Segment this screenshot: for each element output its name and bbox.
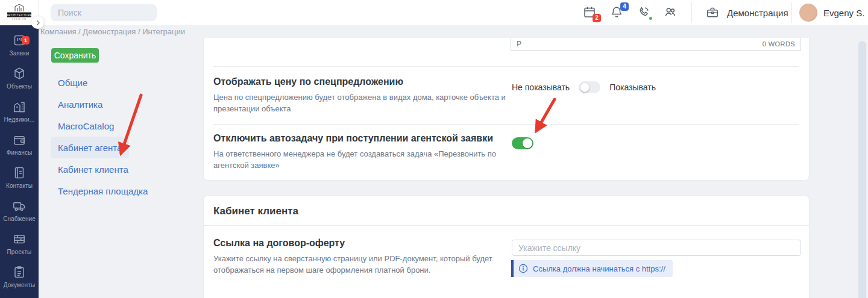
annotation-arrow-toggle: [522, 94, 561, 140]
sidebar-item-finance[interactable]: Финансы: [0, 128, 39, 161]
annotation-arrow-menu: [110, 89, 149, 163]
breadcrumb-text[interactable]: Компания / Демонстрация / Интеграции: [39, 27, 185, 36]
objects-icon: [12, 66, 27, 81]
people-icon: [663, 5, 678, 19]
calendar-badge: 2: [593, 14, 601, 22]
info-icon: [518, 264, 528, 273]
topbar-separator: [791, 2, 792, 23]
editor-statusbar: P 0 WORDS: [511, 38, 801, 51]
calls-button[interactable]: [637, 5, 652, 20]
svg-text:ARCHITECTURE: ARCHITECTURE: [6, 14, 32, 17]
sidebar-item-requests[interactable]: 1 Заявки: [0, 28, 39, 61]
settings-nav-item-analytics[interactable]: Аналитика: [51, 93, 110, 115]
setting-title: Отображать цену по спецпредложению: [213, 76, 403, 87]
setting-title: Ссылка на договор-оферту: [213, 238, 345, 249]
contacts-icon: [12, 166, 27, 180]
online-status-dot: [648, 16, 653, 21]
sidebar-item-supply[interactable]: Снабжение: [0, 194, 39, 227]
documents-icon: [12, 265, 27, 279]
editor-element-path: P: [517, 40, 521, 48]
requests-icon: 1: [12, 33, 27, 48]
agent-settings-card: P 0 WORDS Отображать цену по спецпредлож…: [203, 38, 810, 181]
editor-word-count: 0 WORDS: [763, 40, 795, 48]
finance-icon: [12, 132, 27, 147]
divider: [204, 225, 809, 226]
search-input[interactable]: [58, 8, 167, 17]
calendar-button[interactable]: 2: [582, 5, 598, 20]
sidebar-item-documents[interactable]: Документы: [0, 260, 39, 293]
settings-nav-item-general[interactable]: Общие: [51, 72, 95, 93]
realty-icon: [12, 99, 27, 114]
toggle-on-label: Показывать: [609, 82, 656, 92]
special-offer-price-toggle[interactable]: [579, 81, 600, 93]
setting-description: На ответственного менеджера не будет соз…: [213, 148, 508, 171]
sidebar-item-objects[interactable]: Объекты: [0, 61, 39, 95]
special-offer-price-toggle-group: Не показывать Показывать: [512, 81, 656, 93]
client-settings-card: Кабинет клиента Ссылка на договор-оферту…: [203, 195, 810, 298]
offer-link-input[interactable]: [512, 240, 801, 256]
top-bar: ARCHITECTURE PREMIUM 2 4: [0, 0, 868, 25]
setting-description: Цена по спецпредложению будет отображена…: [213, 92, 508, 114]
user-name: Evgeny S.: [823, 8, 864, 18]
toggle-knob: [523, 138, 532, 148]
sidebar-item-realty[interactable]: Недвижи...: [0, 95, 39, 128]
sidebar-item-label: Заявки: [10, 50, 30, 57]
setting-description: Укажите ссылку на сверстанную страницу и…: [213, 253, 515, 276]
sidebar-item-label: Контакты: [6, 182, 33, 189]
divider: [213, 66, 799, 67]
workspace-name: Демонстрация: [727, 8, 788, 18]
supply-icon: [12, 199, 27, 213]
architecture-logo-icon: ARCHITECTURE PREMIUM: [6, 2, 33, 23]
sidebar-item-label: Проекты: [7, 249, 32, 255]
setting-title: Отключить автозадачу при поступлении аге…: [213, 133, 493, 144]
briefcase-icon: [705, 5, 720, 20]
projects-icon: [12, 232, 27, 246]
breadcrumb: Компания / Демонстрация / Интеграции: [39, 25, 868, 38]
requests-badge: 1: [22, 36, 30, 45]
sidebar-item-projects[interactable]: Проекты: [0, 227, 39, 260]
notifications-badge: 4: [620, 2, 629, 11]
main-sidebar: 1 Заявки Объекты Недвижи... Финансы: [0, 25, 39, 298]
sidebar-item-label: Снабжение: [3, 216, 36, 222]
toggle-off-label: Не показывать: [512, 82, 570, 92]
avatar: [799, 4, 817, 22]
save-button[interactable]: Сохранить: [51, 48, 99, 63]
sidebar-item-contacts[interactable]: Контакты: [0, 161, 39, 194]
sidebar-item-label: Финансы: [7, 149, 33, 156]
workspace-switcher[interactable]: Демонстрация: [705, 0, 788, 25]
chevron-right-icon: [35, 20, 41, 26]
section-title: Кабинет клиента: [213, 205, 298, 217]
divider: [213, 124, 799, 125]
global-search: [51, 4, 157, 21]
sidebar-item-label: Документы: [4, 282, 35, 288]
sidebar-collapse-button[interactable]: [31, 16, 44, 29]
user-menu[interactable]: Evgeny S.: [799, 0, 864, 25]
link-hint-text: Ссылка должна начинаться с https://: [533, 264, 665, 273]
notifications-button[interactable]: 4: [609, 5, 625, 20]
toggle-knob: [580, 82, 590, 92]
settings-nav-item-tender[interactable]: Тендерная площадка: [51, 180, 155, 202]
link-hint: Ссылка должна начинаться с https://: [511, 260, 673, 277]
svg-text:PREMIUM: PREMIUM: [11, 18, 27, 20]
contacts-online-button[interactable]: [663, 5, 679, 20]
vertical-scrollbar-thumb[interactable]: [858, 41, 866, 298]
topbar-separator: [691, 2, 692, 23]
sidebar-item-label: Объекты: [7, 83, 32, 90]
sidebar-item-label: Недвижи...: [4, 116, 35, 123]
